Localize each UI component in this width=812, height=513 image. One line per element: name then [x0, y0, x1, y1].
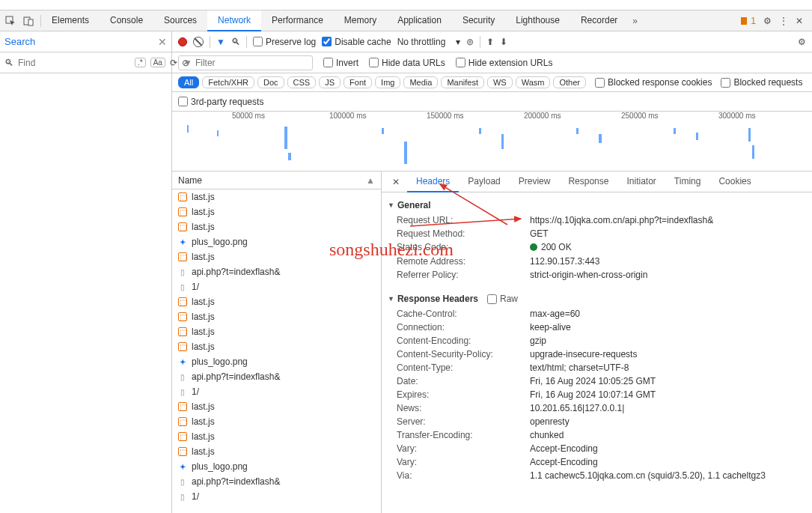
request-row[interactable]: ⬚last.js [172, 204, 381, 219]
general-section-header[interactable]: General [388, 197, 806, 213]
name-column-header[interactable]: Name▲ [172, 171, 381, 189]
detail-tab-cookies[interactable]: Cookies [709, 171, 760, 192]
request-row[interactable]: ⬚last.js [172, 339, 381, 354]
tab-elements[interactable]: Elements [41, 10, 100, 31]
request-row[interactable]: ▯api.php?t=indexflash& [172, 474, 381, 489]
request-row[interactable]: ▯1/ [172, 279, 381, 294]
blocked-requests-checkbox[interactable]: Blocked requests [721, 77, 802, 88]
tab-console[interactable]: Console [100, 10, 153, 31]
request-row[interactable]: ⬚last.js [172, 429, 381, 444]
request-row[interactable]: ▯api.php?t=indexflash& [172, 369, 381, 384]
regex-toggle[interactable]: .* [135, 58, 146, 67]
clear-button[interactable] [193, 37, 204, 47]
throttling-select[interactable]: No throttling▾ [397, 37, 461, 47]
clear-search-icon[interactable]: ✕ [158, 36, 167, 48]
device-icon[interactable] [22, 15, 34, 27]
tab-recorder[interactable]: Recorder [570, 10, 628, 31]
js-icon: ⬚ [178, 342, 187, 351]
detail-tab-response[interactable]: Response [559, 171, 617, 192]
request-row[interactable]: ▯api.php?t=indexflash& [172, 264, 381, 279]
request-row[interactable]: ⬚last.js [172, 444, 381, 459]
request-name: last.js [192, 416, 215, 427]
request-row[interactable]: ⬚last.js [172, 219, 381, 234]
pill-img[interactable]: Img [375, 76, 400, 88]
search-panel: ✕ 🔍︎ .* Aa ⟳ ⊘ [0, 31, 172, 513]
request-row[interactable]: ✦plus_logo.png [172, 234, 381, 249]
js-icon: ⬚ [178, 327, 187, 336]
preserve-log-checkbox[interactable]: Preserve log [253, 37, 316, 47]
doc-icon: ▯ [178, 477, 187, 486]
settings-icon[interactable]: ⚙ [763, 16, 772, 26]
tab-lighthouse[interactable]: Lighthouse [505, 10, 570, 31]
request-row[interactable]: ▯1/ [172, 489, 381, 504]
find-input[interactable] [18, 58, 130, 68]
tab-memory[interactable]: Memory [334, 10, 387, 31]
request-name: plus_logo.png [192, 237, 248, 247]
request-row[interactable]: ▯1/ [172, 384, 381, 399]
request-row[interactable]: ⬚last.js [172, 294, 381, 309]
filter-box[interactable]: ▼ [178, 55, 313, 70]
close-detail-icon[interactable]: ✕ [385, 177, 407, 187]
detail-tab-payload[interactable]: Payload [459, 171, 509, 192]
download-icon[interactable]: ⬇ [500, 37, 507, 47]
pill-wasm[interactable]: Wasm [516, 76, 551, 88]
record-button[interactable] [178, 37, 187, 46]
hide-extension-urls-checkbox[interactable]: Hide extension URLs [456, 58, 553, 68]
request-row[interactable]: ✦plus_logo.png [172, 354, 381, 369]
response-headers-section-header[interactable]: Response HeadersRaw [388, 291, 806, 307]
tabs-overflow[interactable]: » [632, 16, 638, 26]
close-devtools-icon[interactable]: ✕ [796, 16, 803, 26]
network-timeline[interactable]: 50000 ms100000 ms150000 ms200000 ms25000… [172, 112, 812, 171]
tab-sources[interactable]: Sources [153, 10, 207, 31]
detail-tab-preview[interactable]: Preview [510, 171, 560, 192]
pill-manifest[interactable]: Manifest [441, 76, 484, 88]
invert-checkbox[interactable]: Invert [323, 58, 358, 68]
tab-application[interactable]: Application [387, 10, 452, 31]
tab-security[interactable]: Security [452, 10, 505, 31]
pill-font[interactable]: Font [344, 76, 372, 88]
pill-js[interactable]: JS [319, 76, 341, 88]
request-name: api.php?t=indexflash& [192, 371, 280, 382]
resource-type-filter: AllFetch/XHRDocCSSJSFontImgMediaManifest… [172, 73, 812, 92]
third-party-checkbox[interactable]: 3rd-party requests [178, 97, 263, 107]
case-toggle[interactable]: Aa [150, 58, 165, 67]
header-row: Cache-Control:max-age=60 [388, 307, 806, 321]
tab-performance[interactable]: Performance [261, 10, 334, 31]
request-row[interactable]: ⬚last.js [172, 414, 381, 429]
header-row: News:10.201.65.16|127.0.0.1| [388, 401, 806, 415]
pill-fetchxhr[interactable]: Fetch/XHR [202, 76, 254, 88]
tab-network[interactable]: Network [207, 10, 261, 31]
request-row[interactable]: ⬚last.js [172, 249, 381, 264]
request-row[interactable]: ⬚last.js [172, 324, 381, 339]
pill-other[interactable]: Other [553, 76, 586, 88]
pill-media[interactable]: Media [403, 76, 438, 88]
more-icon[interactable]: ⋮ [779, 16, 788, 26]
request-row[interactable]: ⬚last.js [172, 399, 381, 414]
inspect-icon[interactable] [4, 15, 16, 27]
pill-all[interactable]: All [178, 76, 199, 88]
request-row[interactable]: ⬚last.js [172, 309, 381, 324]
img-icon: ✦ [178, 462, 187, 471]
pill-css[interactable]: CSS [287, 76, 317, 88]
filter-icon[interactable]: ▼ [216, 37, 225, 47]
search-input[interactable] [4, 34, 155, 49]
detail-tab-headers[interactable]: Headers [407, 171, 459, 192]
request-row[interactable]: ⬚last.js [172, 189, 381, 204]
detail-tab-initiator[interactable]: Initiator [617, 171, 665, 192]
pill-ws[interactable]: WS [487, 76, 513, 88]
request-row[interactable]: ✦plus_logo.png [172, 459, 381, 474]
search-network-icon[interactable]: 🔍︎ [231, 37, 240, 47]
hide-data-urls-checkbox[interactable]: Hide data URLs [369, 58, 445, 68]
request-name: last.js [192, 431, 215, 442]
filter-input[interactable] [195, 58, 308, 68]
disable-cache-checkbox[interactable]: Disable cache [322, 37, 391, 47]
raw-checkbox[interactable]: Raw [487, 294, 518, 304]
warnings-badge[interactable]: 1 [739, 16, 756, 26]
pill-doc[interactable]: Doc [257, 76, 284, 88]
upload-icon[interactable]: ⬆ [486, 37, 494, 47]
detail-tab-timing[interactable]: Timing [665, 171, 710, 192]
blocked-cookies-checkbox[interactable]: Blocked response cookies [595, 77, 712, 88]
request-name: 1/ [192, 491, 199, 502]
wifi-icon[interactable]: ⊚ [466, 37, 474, 47]
network-settings-icon[interactable]: ⚙ [798, 37, 806, 47]
